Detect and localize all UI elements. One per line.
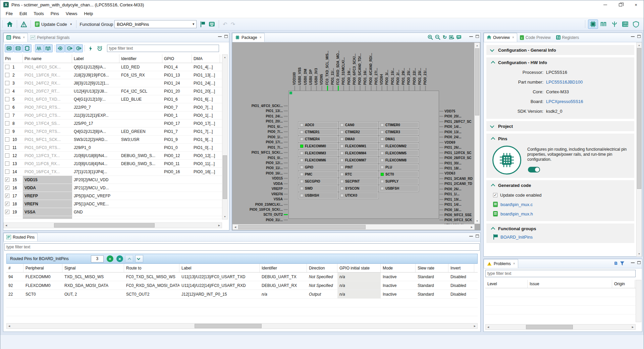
redo-button[interactable]: ↷ <box>229 20 237 29</box>
tab-problems-close-icon[interactable]: × <box>513 262 515 265</box>
peripheral-block-ctimer1[interactable]: CTIMER1 <box>299 129 338 135</box>
output-pins-button[interactable] <box>65 44 74 52</box>
package-left-pin[interactable]: PIO0_17/... <box>233 140 288 145</box>
column-header-label[interactable]: Label <box>179 264 260 272</box>
routed-pin-row[interactable]: 94FLEXCOMM0TXD_SCL_MISO_WSFC0_TXD_SCL_MI… <box>6 272 478 281</box>
inout-pins-button[interactable] <box>74 44 83 52</box>
package-right-pin[interactable]: PIO1_3/CAN0_RD <box>439 176 475 181</box>
delete-pin-button[interactable]: × <box>116 255 123 262</box>
column-header-level[interactable]: Level <box>485 280 528 288</box>
package-left-pin[interactable]: VSSA <box>233 197 288 202</box>
package-left-pin[interactable]: PIO0_31/... <box>233 217 288 222</box>
minimize-panel-icon[interactable] <box>218 36 222 37</box>
menu-item-tools[interactable]: Tools <box>30 10 47 17</box>
row-checkbox[interactable]: ✓ <box>5 194 9 198</box>
row-checkbox[interactable] <box>5 97 9 101</box>
package-vertical-scrollbar[interactable]: ▲ ▼ <box>474 43 480 224</box>
clocks-tool-button[interactable] <box>599 19 609 29</box>
peripheral-block-secpint[interactable]: SECPINT <box>339 178 378 185</box>
package-top-pin[interactable]: USB0_DP <box>309 46 314 91</box>
package-left-pin[interactable]: PIO1_24/... <box>233 114 288 119</box>
functional-group-select[interactable]: BOARD_InitPins ▼ <box>114 20 197 28</box>
tab-package-close-icon[interactable]: × <box>260 36 262 39</box>
package-right-pin[interactable]: PIO1_18/... <box>439 166 475 171</box>
section-generated-code[interactable]: Generated code ✓ Update code enabled boa… <box>486 180 634 221</box>
package-top-pin[interactable]: PIO0_19/... <box>347 46 352 91</box>
package-left-pin[interactable]: PIO1_0/... <box>233 155 288 160</box>
package-left-pin[interactable]: PIO0_11/... <box>233 165 288 170</box>
package-top-pin[interactable]: PIO0_25/... <box>407 46 412 91</box>
peripheral-block-sct0[interactable]: SCT0 <box>379 171 419 178</box>
row-checkbox[interactable] <box>5 121 9 126</box>
export-note-icon[interactable] <box>456 35 462 40</box>
scroll-right-icon[interactable]: ▶ <box>630 325 635 330</box>
generated-file-link[interactable]: board\pin_mux.c <box>500 202 533 207</box>
peripheral-block-flexcomm2[interactable]: FLEXCOMM2 <box>379 143 419 149</box>
pins-table-row[interactable]: 7PIO0_1/FC3_CTS...J11[3]/J12[1]/EXP...PI… <box>3 111 222 119</box>
row-checkbox[interactable] <box>5 161 9 166</box>
column-header-pin[interactable]: Pin <box>3 54 23 63</box>
peripheral-block-dma0[interactable]: DMA0 <box>339 136 378 142</box>
tab-problems[interactable]: Problems × <box>484 259 518 268</box>
package-right-pin[interactable]: PIO0_24/... <box>439 135 475 140</box>
update-code-button[interactable]: Update Code ▼ <box>33 20 74 29</box>
peripheral-block-ctimer3[interactable]: CTIMER3 <box>379 129 419 135</box>
column-header-signal[interactable]: Signal <box>62 264 124 272</box>
tee-tool-button[interactable] <box>631 19 641 29</box>
package-left-pin[interactable]: PIO0_23/MCLK/... <box>233 202 288 207</box>
run-time-config-button[interactable] <box>95 44 104 52</box>
pins-table-row[interactable]: 8PIO0_17/FC4_SS...J25/P0_17PIO0_17PIO0_1… <box>3 119 222 128</box>
package-top-pin[interactable]: PIO0_21/... <box>423 46 428 91</box>
row-checkbox[interactable]: ✓ <box>5 210 9 214</box>
pins-filter-input[interactable] <box>107 45 219 52</box>
package-left-pin[interactable]: PIO0_7/... <box>233 129 288 134</box>
package-horizontal-scrollbar[interactable]: ◀ ▶ <box>232 224 475 230</box>
section-pins[interactable]: Pins Configures pin routing, including f… <box>486 134 634 178</box>
package-left-pin[interactable]: PIO0_1/... <box>233 135 288 140</box>
pins-table-row[interactable]: 11PIO1_0/FC0_RTS...J29/P1_0PIO1_0PIO1_0[… <box>3 144 222 152</box>
digital-signals-button[interactable] <box>44 44 53 52</box>
peripheral-block-ctimer2[interactable]: CTIMER2 <box>339 129 378 135</box>
pins-table-row[interactable]: ✓18VREFNJP5[1]/ADC_VRE... <box>3 200 222 208</box>
package-top-pin[interactable]: PIO0_22/... <box>412 46 418 91</box>
peripherals-tool-button[interactable] <box>609 19 620 29</box>
column-header-route-to[interactable]: Route to <box>124 264 179 272</box>
pins-table-row[interactable]: 9PIO1_7/FC0_RTS...Q4[G2]/J12[8]/A...LED_… <box>3 128 222 136</box>
maximize-panel-icon[interactable] <box>476 35 479 38</box>
package-left-pin[interactable]: PIO1_6/... <box>233 124 288 129</box>
peripheral-block-adc0[interactable]: ADC0 <box>299 122 338 128</box>
row-checkbox[interactable] <box>5 65 9 69</box>
row-checkbox[interactable] <box>5 73 9 77</box>
peripheral-block-secgpio[interactable]: SECGPIO <box>299 178 338 185</box>
zoom-out-icon[interactable] <box>435 35 440 40</box>
routed-pin-row[interactable]: 22SCT0OUT, 2SCT0_OUT2J12[12]/ARD_INT_P0_… <box>6 290 478 299</box>
row-checkbox[interactable]: ✓ <box>5 178 9 182</box>
scroll-left-icon[interactable]: ◀ <box>233 225 238 230</box>
package-top-pin[interactable]: VDD95 <box>319 46 325 91</box>
undo-button[interactable]: ↶ <box>221 20 229 29</box>
minimize-button[interactable] <box>597 0 613 9</box>
package-right-pin[interactable]: PIO1_12/FC6_SC <box>439 150 475 155</box>
package-left-pin[interactable]: SCT0_OUT2 <box>233 212 288 217</box>
tab-routed-pins[interactable]: Routed Pins <box>3 233 38 241</box>
package-left-pin[interactable]: PIO1_20/... <box>233 119 288 124</box>
pins-table-row[interactable]: 12PIO0_12/FC3_TX...J10[6]/U18[8]/N4...DE… <box>3 152 222 160</box>
package-top-pin[interactable]: USB0_3V3 <box>314 46 319 91</box>
problems-indicator-button[interactable] <box>19 20 29 29</box>
package-top-pin[interactable]: PIO0_5/CAN0_TD/... <box>358 46 363 91</box>
column-header-gpio-initial-state[interactable]: GPIO initial state <box>337 264 381 272</box>
package-top-pin[interactable]: FC0_RXD_SDA_MO... <box>336 46 341 91</box>
package-right-pin[interactable]: PIO1_28/FC7_SC <box>439 119 475 124</box>
input-pins-button[interactable] <box>56 44 65 52</box>
package-right-pin[interactable]: PIO0_20/... <box>439 114 475 119</box>
pins-table-row[interactable]: 4PIO1_20/FC7_RT...U12[4]/U13[2]/J8...FC4… <box>3 87 222 95</box>
column-header-dma[interactable]: DMA <box>192 54 220 63</box>
home-button[interactable] <box>5 20 15 29</box>
peripheral-block-usbfsh[interactable]: USBFSH <box>379 185 419 192</box>
minimize-panel-icon[interactable] <box>469 36 473 37</box>
section-functional-groups[interactable]: Functional groups BOARD_InitPins <box>486 223 634 243</box>
scroll-right-icon[interactable]: ▶ <box>469 225 474 230</box>
minimize-panel-icon[interactable] <box>631 36 635 37</box>
routed-pins-table-header[interactable]: #PeripheralSignalRoute toLabelIdentifier… <box>6 264 478 272</box>
package-right-pin[interactable]: PIO0_9/FC3_SSE <box>439 212 475 217</box>
